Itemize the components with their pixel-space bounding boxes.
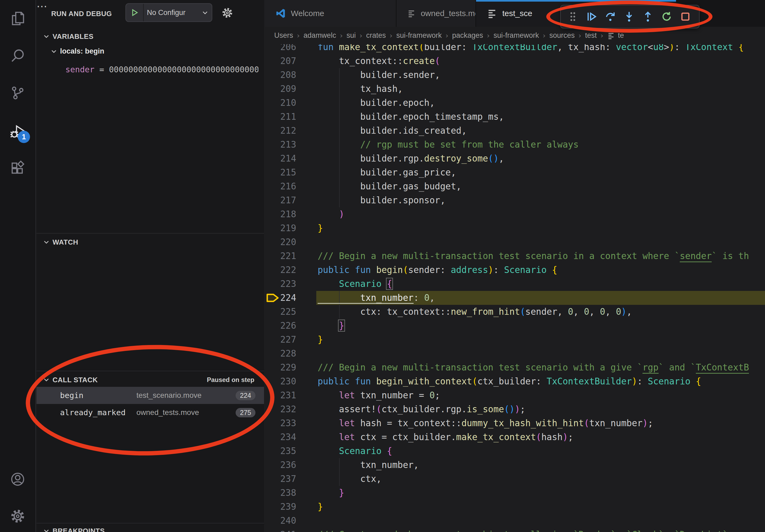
watch-section-header[interactable]: WATCH bbox=[36, 235, 264, 249]
code-line[interactable]: 213 // rgp must be set from the caller a… bbox=[265, 138, 765, 151]
code-line[interactable]: 228 bbox=[265, 347, 765, 361]
tab-owned-tests[interactable]: owned_tests.move bbox=[396, 0, 476, 27]
line-number[interactable]: 213 bbox=[265, 138, 296, 151]
debug-settings-gear-icon[interactable] bbox=[222, 7, 233, 19]
line-number[interactable]: 216 bbox=[265, 179, 296, 193]
breadcrumb-item[interactable]: sources bbox=[549, 31, 575, 40]
line-number[interactable]: 238 bbox=[265, 486, 296, 500]
variables-section-header[interactable]: VARIABLES bbox=[36, 30, 264, 43]
settings-gear-icon[interactable] bbox=[10, 508, 25, 524]
line-number[interactable]: 229 bbox=[265, 361, 296, 375]
line-number[interactable]: 208 bbox=[265, 68, 296, 82]
launch-config-dropdown[interactable]: No Configur bbox=[125, 3, 212, 22]
code-line[interactable]: 236 txn_number, bbox=[265, 458, 765, 472]
line-number[interactable]: 235 bbox=[265, 444, 296, 458]
code-line[interactable]: 235 Scenario { bbox=[265, 444, 765, 458]
code-line[interactable]: 214 builder.rgp.destroy_some(), bbox=[265, 151, 765, 165]
code-line[interactable]: 225 ctx: tx_context::new_from_hint(sende… bbox=[265, 305, 765, 319]
line-number[interactable]: 237 bbox=[265, 472, 296, 486]
code-line[interactable]: 216 builder.gas_budget, bbox=[265, 179, 765, 193]
line-number[interactable]: 222 bbox=[265, 263, 296, 277]
code-line[interactable]: 229/// Begin a new multi-transaction tes… bbox=[265, 361, 765, 375]
breadcrumb-item[interactable]: packages bbox=[452, 31, 483, 40]
code-line[interactable]: 208 builder.sender, bbox=[265, 68, 765, 82]
step-into-button[interactable] bbox=[620, 7, 638, 26]
breadcrumb-item[interactable]: sui bbox=[347, 31, 356, 40]
explorer-icon[interactable] bbox=[10, 11, 25, 26]
search-icon[interactable] bbox=[10, 48, 25, 63]
code-line[interactable]: 221/// Begin a new multi-transaction tes… bbox=[265, 249, 765, 263]
start-debug-button[interactable] bbox=[126, 4, 144, 21]
code-line[interactable]: 238 } bbox=[265, 486, 765, 500]
code-line[interactable]: 241/// Creates and shares system objects… bbox=[265, 528, 765, 532]
toolbar-drag-handle-icon[interactable] bbox=[563, 7, 582, 26]
extensions-icon[interactable] bbox=[10, 160, 25, 176]
source-control-icon[interactable] bbox=[10, 85, 25, 101]
account-icon[interactable] bbox=[10, 471, 25, 487]
line-number[interactable]: 224 bbox=[265, 291, 296, 305]
line-number[interactable]: 217 bbox=[265, 193, 296, 207]
code-line[interactable]: 220 bbox=[265, 235, 765, 249]
code-line[interactable]: 211 builder.epoch_timestamp_ms, bbox=[265, 110, 765, 124]
code-line[interactable]: 212 builder.ids_created, bbox=[265, 124, 765, 138]
code-line[interactable]: 230public fun begin_with_context(ctx_bui… bbox=[265, 375, 765, 389]
continue-button[interactable] bbox=[582, 7, 601, 26]
line-number[interactable]: 226 bbox=[265, 319, 296, 333]
code-editor[interactable]: 206fun make_tx_context(builder: TxContex… bbox=[265, 0, 765, 532]
breadcrumb-item[interactable]: adamwelc bbox=[304, 31, 336, 40]
code-line[interactable]: 234 let ctx = ctx_builder.make_tx_contex… bbox=[265, 430, 765, 444]
line-number[interactable]: 211 bbox=[265, 110, 296, 124]
breadcrumb-item[interactable]: sui-framework bbox=[493, 31, 539, 40]
code-line[interactable]: 209 tx_hash, bbox=[265, 82, 765, 96]
line-number[interactable]: 228 bbox=[265, 347, 296, 361]
code-line[interactable]: 217 builder.sponsor, bbox=[265, 193, 765, 207]
line-number[interactable]: 236 bbox=[265, 458, 296, 472]
line-number[interactable]: 233 bbox=[265, 416, 296, 430]
breadcrumb-item[interactable]: test bbox=[585, 31, 597, 40]
line-number[interactable]: 219 bbox=[265, 221, 296, 235]
code-line-current[interactable]: 224 txn_number: 0, bbox=[265, 291, 765, 305]
code-line[interactable]: 231 let txn_number = 0; bbox=[265, 389, 765, 402]
line-number[interactable]: 227 bbox=[265, 333, 296, 347]
code-line[interactable]: 233 let hash = tx_context::dummy_tx_hash… bbox=[265, 416, 765, 430]
code-line[interactable]: 240 bbox=[265, 514, 765, 528]
line-number[interactable]: 234 bbox=[265, 430, 296, 444]
line-number[interactable]: 218 bbox=[265, 207, 296, 221]
breadcrumb-item[interactable]: sui-framework bbox=[396, 31, 442, 40]
breadcrumb-item[interactable]: crates bbox=[366, 31, 386, 40]
stop-button[interactable] bbox=[676, 7, 695, 26]
breadcrumb-item[interactable]: Users bbox=[274, 31, 293, 40]
code-line[interactable]: 222public fun begin(sender: address): Sc… bbox=[265, 263, 765, 277]
line-number[interactable]: 232 bbox=[265, 402, 296, 416]
call-stack-section-header[interactable]: CALL STACK Paused on step bbox=[36, 373, 264, 387]
line-number[interactable]: 207 bbox=[265, 54, 296, 68]
breakpoints-section-header[interactable]: BREAKPOINTS bbox=[36, 524, 264, 532]
line-number[interactable]: 241 bbox=[265, 528, 296, 532]
code-line[interactable]: 218 ) bbox=[265, 207, 765, 221]
code-line[interactable]: 210 builder.epoch, bbox=[265, 96, 765, 110]
step-out-button[interactable] bbox=[638, 7, 657, 26]
line-number[interactable]: 231 bbox=[265, 389, 296, 402]
call-stack-frame[interactable]: already_markedowned_tests.move275 bbox=[36, 404, 264, 421]
line-number[interactable]: 215 bbox=[265, 165, 296, 179]
restart-button[interactable] bbox=[657, 7, 676, 26]
variable-row[interactable]: sender = 0000000000000000000000000000000… bbox=[65, 65, 259, 74]
line-number[interactable]: 210 bbox=[265, 96, 296, 110]
line-number[interactable]: 214 bbox=[265, 151, 296, 165]
line-number[interactable]: 239 bbox=[265, 500, 296, 514]
code-line[interactable]: 237 ctx, bbox=[265, 472, 765, 486]
variables-scope-row[interactable]: locals: begin bbox=[50, 47, 104, 56]
call-stack-frame[interactable]: begintest_scenario.move224 bbox=[36, 387, 264, 404]
line-number[interactable]: 230 bbox=[265, 375, 296, 389]
code-line[interactable]: 207 tx_context::create( bbox=[265, 54, 765, 68]
tab-welcome[interactable]: Welcome bbox=[265, 0, 396, 27]
line-number[interactable]: 209 bbox=[265, 82, 296, 96]
step-over-button[interactable] bbox=[601, 7, 620, 26]
line-number[interactable]: 212 bbox=[265, 124, 296, 138]
line-number[interactable]: 220 bbox=[265, 235, 296, 249]
code-line[interactable]: 215 builder.gas_price, bbox=[265, 165, 765, 179]
code-line[interactable]: 219} bbox=[265, 221, 765, 235]
line-number[interactable]: 225 bbox=[265, 305, 296, 319]
breadcrumb-item-file[interactable]: te bbox=[618, 31, 624, 40]
line-number[interactable]: 223 bbox=[265, 277, 296, 291]
